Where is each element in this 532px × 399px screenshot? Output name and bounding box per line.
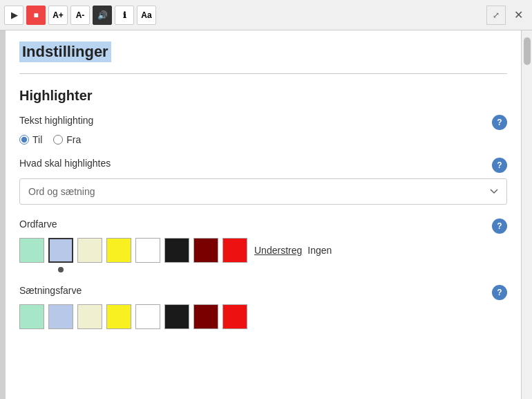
sentence-swatch-cream[interactable] xyxy=(77,304,102,329)
page-title: Indstillinger xyxy=(19,41,111,62)
sentence-swatch-mint[interactable] xyxy=(19,304,44,329)
text-highlight-label: Tekst highlighting xyxy=(19,115,492,126)
swatch-indicator xyxy=(19,267,507,272)
sentence-swatch-blue[interactable] xyxy=(48,304,73,329)
expand-button[interactable]: ⤢ xyxy=(486,6,506,25)
sound-icon: 🔊 xyxy=(97,10,108,20)
sentence-color-label: Sætningsfarve xyxy=(19,285,492,296)
info-icon: ℹ xyxy=(123,10,126,20)
radio-group: Til Fra xyxy=(19,134,507,145)
close-button[interactable]: ✕ xyxy=(509,6,528,25)
none-button[interactable]: Ingen xyxy=(307,245,332,256)
what-highlight-help-icon[interactable]: ? xyxy=(492,158,507,173)
text-button[interactable]: Aa xyxy=(137,6,156,25)
sentence-swatch-yellow[interactable] xyxy=(106,304,131,329)
word-swatch-red[interactable] xyxy=(222,238,247,263)
word-swatch-row: Understreg Ingen xyxy=(19,238,507,263)
radio-on-input[interactable] xyxy=(19,135,29,145)
radio-on-label[interactable]: Til xyxy=(19,134,42,145)
dropdown-wrapper: Ord og sætning Ord Sætning xyxy=(19,178,507,205)
sentence-swatch-white[interactable] xyxy=(135,304,160,329)
scrollbar-thumb[interactable] xyxy=(524,37,531,65)
stop-button[interactable]: ■ xyxy=(26,6,46,25)
word-swatch-yellow[interactable] xyxy=(106,238,131,263)
play-button[interactable]: ▶ xyxy=(4,6,23,25)
word-color-row: Ordfarve ? xyxy=(19,219,507,234)
word-swatch-black[interactable] xyxy=(164,238,189,263)
info-button[interactable]: ℹ xyxy=(115,6,134,25)
radio-off-text: Fra xyxy=(66,134,81,145)
word-swatch-mint[interactable] xyxy=(19,238,44,263)
what-highlight-label: Hvad skal highlightes xyxy=(19,158,492,169)
sentence-swatch-red[interactable] xyxy=(222,304,247,329)
word-swatch-blue[interactable] xyxy=(48,238,73,263)
scrollbar[interactable] xyxy=(521,30,532,399)
word-swatch-darkred[interactable] xyxy=(193,238,218,263)
word-swatch-white[interactable] xyxy=(135,238,160,263)
left-accent xyxy=(0,30,6,399)
radio-off-input[interactable] xyxy=(53,135,63,145)
text-highlight-row: Tekst highlighting ? xyxy=(19,115,507,130)
sentence-color-help-icon[interactable]: ? xyxy=(492,285,507,300)
section-heading: Highlighter xyxy=(19,88,507,104)
divider xyxy=(19,73,507,74)
radio-on-text: Til xyxy=(32,134,42,145)
text-highlight-help-icon[interactable]: ? xyxy=(492,115,507,130)
toolbar-right-actions: ⤢ ✕ xyxy=(486,6,528,25)
sentence-swatch-row xyxy=(19,304,507,329)
font-decrease-button[interactable]: A- xyxy=(70,6,90,25)
sentence-swatch-black[interactable] xyxy=(164,304,189,329)
sound-button[interactable]: 🔊 xyxy=(93,6,112,25)
content-panel: Indstillinger Highlighter Tekst highligh… xyxy=(6,30,521,399)
dot-1 xyxy=(19,267,44,272)
sentence-color-row: Sætningsfarve ? xyxy=(19,285,507,300)
text-icon: Aa xyxy=(141,10,151,20)
highlight-dropdown[interactable]: Ord og sætning Ord Sætning xyxy=(19,178,507,205)
font-increase-button[interactable]: A+ xyxy=(48,6,68,25)
underline-button[interactable]: Understreg xyxy=(254,245,302,256)
word-color-help-icon[interactable]: ? xyxy=(492,219,507,234)
radio-off-label[interactable]: Fra xyxy=(53,134,81,145)
main-wrapper: Indstillinger Highlighter Tekst highligh… xyxy=(0,30,532,399)
what-highlight-row: Hvad skal highlightes ? xyxy=(19,158,507,173)
dot-2 xyxy=(48,267,73,272)
toolbar: ▶ ■ A+ A- 🔊 ℹ Aa ⤢ ✕ xyxy=(0,0,532,30)
word-swatch-cream[interactable] xyxy=(77,238,102,263)
word-color-label: Ordfarve xyxy=(19,219,492,230)
sentence-swatch-darkred[interactable] xyxy=(193,304,218,329)
